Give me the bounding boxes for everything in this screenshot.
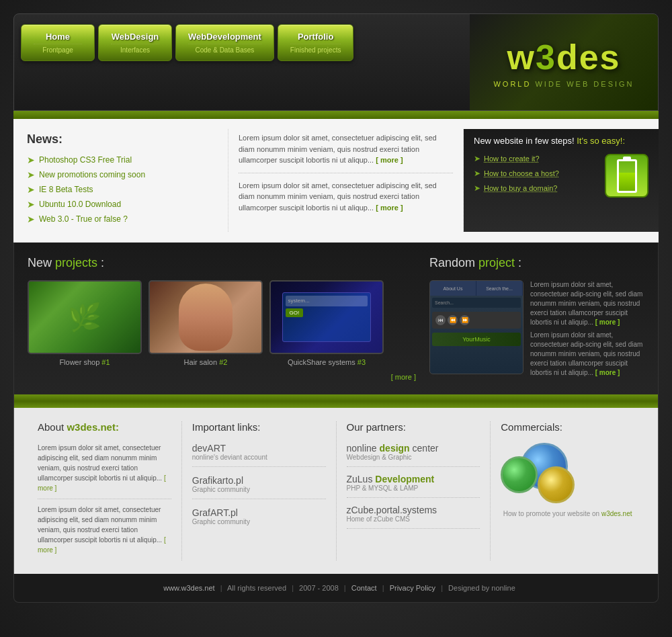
header-green-bar: [13, 111, 659, 119]
dark-section: New projects : 🌿 Flower shop #1: [13, 243, 659, 394]
right-item-1[interactable]: ➤ How to create it?: [474, 154, 598, 163]
project-num-2: #2: [219, 358, 227, 366]
site-footer: www.w3des.net | All rights reserved | 20…: [13, 574, 659, 603]
rand-player: ⏮ ⏪ ⏩: [432, 312, 521, 329]
partner-sub-3: Home of zCube CMS: [347, 515, 480, 523]
right-item-3[interactable]: ➤ How to buy a domain?: [474, 183, 598, 193]
link-item-1[interactable]: devART nonline's deviant account: [192, 443, 326, 467]
link-sub-1: nonline's deviant account: [192, 454, 326, 461]
commercial-link[interactable]: w3des.net: [601, 510, 632, 517]
project-num-1: #1: [101, 358, 110, 366]
partner-green-2: Development: [375, 474, 434, 484]
right-link-3[interactable]: How to buy a domain?: [484, 184, 557, 192]
header: Home Frontpage WebDesign Interfaces WebD…: [13, 13, 659, 111]
right-link-2[interactable]: How to choose a host?: [484, 169, 559, 177]
coin-green: [501, 456, 538, 493]
news-divider: [239, 173, 453, 173]
right-item-2[interactable]: ➤ How to choose a host?: [474, 169, 598, 178]
links-title: Important links:: [192, 421, 326, 433]
nav-webdev-label: WebDevelopment: [188, 32, 261, 42]
news-item-1[interactable]: ➤ Photoshop CS3 Free Trial: [27, 155, 214, 165]
project-label-2: Hair salon #2: [149, 358, 263, 366]
news-right: New website in few steps! It's so easy!:…: [464, 129, 659, 232]
partner-3[interactable]: zCube.portal.systems Home of zCube CMS: [347, 505, 480, 529]
rand-fwd-btn: ⏩: [460, 315, 470, 325]
project-thumb-3: system... GO!: [269, 280, 384, 354]
green-divider: [13, 394, 659, 408]
flower-icon: 🌿: [68, 302, 101, 333]
news-item-4[interactable]: ➤ Ubuntu 10.0 Download: [27, 199, 214, 210]
nav-webdesign-label: WebDesign: [111, 32, 159, 42]
rand-nav-search: Search the...: [476, 281, 523, 296]
link-main-2[interactable]: Grafikarto.pl: [192, 475, 326, 486]
news-link-5[interactable]: Web 3.0 - True or false ?: [39, 214, 128, 224]
arrow-icon-1: ➤: [27, 155, 35, 165]
footer-rights: All rights reserved: [227, 584, 286, 592]
random-more-2[interactable]: [ more ]: [595, 369, 620, 376]
link-item-3[interactable]: GrafART.pl Graphic community: [192, 507, 326, 531]
news-item-5[interactable]: ➤ Web 3.0 - True or false ?: [27, 214, 214, 224]
tagline-highlight: WORLD: [493, 80, 531, 88]
news-item-3[interactable]: ➤ IE 8 Beta Tests: [27, 184, 214, 195]
footer-info: About w3des.net: Lorem ipsum dolor sit a…: [13, 408, 659, 574]
news-para-1: Lorem ipsum dolor sit amet, consectetuer…: [239, 132, 453, 166]
project-label-1: Flower shop #1: [28, 358, 142, 366]
random-screenshot: About Us Search the... Search... ⏮ ⏪ ⏩ Y…: [429, 280, 523, 374]
news-right-easy: It's so easy!:: [577, 136, 625, 146]
news-more-2[interactable]: [ more ]: [376, 204, 403, 212]
news-item-2[interactable]: ➤ New promotions coming soon: [27, 169, 214, 180]
footer-links: Important links: devART nonline's devian…: [182, 421, 337, 560]
random-more-1[interactable]: [ more ]: [595, 318, 620, 326]
partner-2[interactable]: ZuLus Development PHP & MYSQL & LAMP: [347, 474, 480, 498]
nav-portfolio[interactable]: Portfolio Finished projects: [278, 24, 354, 61]
news-right-content: ➤ How to create it? ➤ How to choose a ho…: [474, 154, 648, 198]
news-link-3[interactable]: IE 8 Beta Tests: [39, 185, 93, 194]
right-link-1[interactable]: How to create it?: [484, 155, 540, 163]
partner-green-1: design: [380, 443, 410, 454]
footer-website[interactable]: www.w3des.net: [163, 584, 214, 592]
link-item-2[interactable]: Grafikarto.pl Graphic community: [192, 475, 326, 499]
link-main-1[interactable]: devART: [192, 443, 326, 454]
face-silhouette: [179, 284, 233, 351]
partner-name-3: zCube.portal.systems: [347, 505, 480, 515]
right-arrow-2: ➤: [474, 169, 480, 178]
battery-icon: [605, 154, 648, 198]
random-project: Random project : About Us Search the... …: [429, 256, 644, 381]
nav-webdev-sub: Code & Data Bases: [188, 44, 261, 54]
battery-body: [617, 159, 637, 193]
news-link-2[interactable]: New promotions coming soon: [39, 170, 145, 179]
right-arrow-3: ➤: [474, 183, 480, 193]
screen-input: system...: [286, 296, 368, 306]
random-project-title: Random project :: [429, 256, 644, 270]
right-arrow-1: ➤: [474, 154, 480, 163]
logo-3: 3: [536, 38, 556, 77]
link-sub-3: Graphic community: [192, 518, 326, 525]
nav-webdev[interactable]: WebDevelopment Code & Data Bases: [175, 24, 274, 61]
arrow-icon-3: ➤: [27, 184, 35, 195]
battery-fill: [619, 173, 635, 190]
screen-go-btn: GO!: [286, 308, 304, 317]
news-section: News: ➤ Photoshop CS3 Free Trial ➤ New p…: [13, 119, 659, 243]
screen-ui: system... GO!: [282, 292, 372, 342]
news-link-4[interactable]: Ubuntu 10.0 Download: [39, 200, 121, 209]
partner-sub-2: PHP & MYSQL & LAMP: [347, 484, 480, 492]
project-item-3[interactable]: system... GO! QuickShare systems #3: [269, 280, 384, 366]
project-item-1[interactable]: 🌿 Flower shop #1: [28, 280, 142, 366]
footer-privacy[interactable]: Privacy Policy: [390, 584, 435, 592]
arrow-icon-5: ➤: [27, 214, 35, 224]
links-list: devART nonline's deviant account Grafika…: [192, 443, 326, 531]
projects-more[interactable]: [ more ]: [28, 373, 416, 381]
partner-1[interactable]: nonline design center Webdesign & Graphi…: [347, 443, 480, 467]
news-link-1[interactable]: Photoshop CS3 Free Trial: [39, 155, 132, 165]
footer-contact[interactable]: Contact: [351, 584, 377, 592]
projects-left: New projects : 🌿 Flower shop #1: [28, 256, 416, 381]
nav-portfolio-sub: Finished projects: [290, 44, 341, 54]
random-para-2: Lorem ipsum dolor sit amet, consectetuer…: [530, 331, 644, 378]
about-divider: [38, 499, 171, 499]
projects-grid: 🌿 Flower shop #1 Hair salon: [28, 280, 416, 366]
nav-webdesign[interactable]: WebDesign Interfaces: [98, 24, 172, 61]
nav-home[interactable]: Home Frontpage: [21, 24, 95, 61]
link-main-3[interactable]: GrafART.pl: [192, 507, 326, 518]
project-item-2[interactable]: Hair salon #2: [149, 280, 263, 366]
news-more-1[interactable]: [ more ]: [376, 156, 403, 164]
